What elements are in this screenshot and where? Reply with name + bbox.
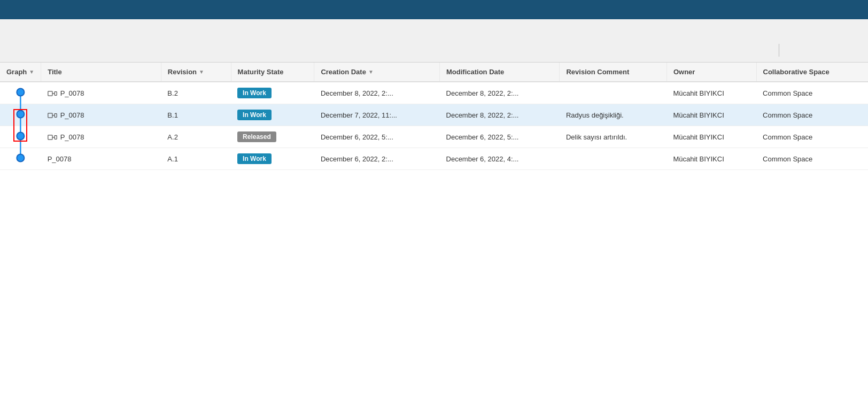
settings-button[interactable] [757,42,774,59]
maturity-badge: In Work [237,88,272,98]
revision-cell: A.2 [161,126,231,148]
col-creation-sort-icon: ▼ [368,69,374,75]
title-cell[interactable]: P_0078 [41,82,161,104]
col-revision-comment-label: Revision Comment [566,68,629,76]
svg-rect-8 [55,136,57,139]
title-text: P_0078 [48,155,72,163]
table-container[interactable]: Graph ▼ Title Revision ▼ [0,63,868,411]
collaborative-space-cell: Common Space [756,82,868,104]
modification-date-cell: December 6, 2022, 5:... [440,126,560,148]
title-cell[interactable]: P_0078 [41,126,161,148]
col-revision-label: Revision [168,68,197,76]
svg-rect-5 [55,114,57,118]
maturity-cell: In Work [231,104,314,126]
graph-cell [0,104,41,126]
graph-cell [0,148,41,170]
owner-cell: Mücahit BIYIKCI [666,148,756,170]
col-revision-sort-icon: ▼ [199,69,204,75]
col-revision-comment[interactable]: Revision Comment [560,63,666,82]
creation-date-cell: December 6, 2022, 2:... [314,148,440,170]
graph-dot [17,133,24,140]
col-collaborative-space[interactable]: Collaborative Space [756,63,868,82]
table-row[interactable]: P_0078A.1In WorkDecember 6, 2022, 2:...D… [0,148,868,170]
title-text: P_0078 [60,89,84,97]
collaborative-space-cell: Common Space [756,126,868,148]
revision-cell: B.2 [161,82,231,104]
table-header-row: Graph ▼ Title Revision ▼ [0,63,868,82]
part-icon [48,89,57,97]
col-revision[interactable]: Revision ▼ [161,63,231,82]
refresh-button[interactable] [802,42,819,59]
part-icon [48,111,57,119]
col-maturity-label: Maturity State [238,68,284,76]
owner-cell: Mücahit BIYIKCI [666,82,756,104]
toolbar [0,38,868,63]
graph-cell [0,126,41,148]
svg-rect-6 [48,135,52,139]
modification-date-cell: December 6, 2022, 4:... [440,148,560,170]
help-button[interactable] [784,42,801,59]
col-modification-label: Modification Date [446,68,504,76]
creation-date-cell: December 8, 2022, 2:... [314,82,440,104]
col-graph-label: Graph [6,68,27,76]
col-graph[interactable]: Graph ▼ [0,63,41,82]
col-graph-sort-icon: ▼ [29,69,34,75]
graph-dot [17,111,24,118]
revision-cell: A.1 [161,148,231,170]
svg-rect-3 [48,113,52,118]
svg-rect-2 [55,92,57,96]
svg-rect-0 [48,91,52,96]
title-bar [0,0,868,19]
col-maturity-state[interactable]: Maturity State [231,63,314,82]
revision-comment-cell: Radyus değişikliği. [560,104,666,126]
list-button[interactable] [820,42,837,59]
revision-comment-cell [560,148,666,170]
revision-comment-cell [560,82,666,104]
graph-cell [0,82,41,104]
col-creation-label: Creation Date [321,68,366,76]
table-body: P_0078B.2In WorkDecember 8, 2022, 2:...D… [0,82,868,170]
col-owner[interactable]: Owner [666,63,756,82]
modification-date-cell: December 8, 2022, 2:... [440,104,560,126]
modification-date-cell: December 8, 2022, 2:... [440,82,560,104]
col-creation-date[interactable]: Creation Date ▼ [314,63,440,82]
main-content: Graph ▼ Title Revision ▼ [0,19,868,411]
header [0,19,868,38]
maturity-cell: In Work [231,148,314,170]
maturity-badge: Released [237,131,276,142]
title-cell[interactable]: P_0078 [41,104,161,126]
col-modification-date[interactable]: Modification Date [440,63,560,82]
creation-date-cell: December 7, 2022, 11:... [314,104,440,126]
table-row[interactable]: P_0078B.2In WorkDecember 8, 2022, 2:...D… [0,82,868,104]
maturity-badge: In Work [237,110,272,120]
revision-cell: B.1 [161,104,231,126]
maturity-badge: In Work [237,153,272,164]
revision-comment-cell: Delik sayısı artırıldı. [560,126,666,148]
collaborative-space-cell: Common Space [756,148,868,170]
owner-cell: Mücahit BIYIKCI [666,126,756,148]
collaborative-space-cell: Common Space [756,104,868,126]
table-row[interactable]: P_0078B.1In WorkDecember 7, 2022, 11:...… [0,104,868,126]
maturity-cell: Released [231,126,314,148]
title-text: P_0078 [60,133,84,141]
table-row[interactable]: P_0078A.2ReleasedDecember 6, 2022, 5:...… [0,126,868,148]
revisions-table: Graph ▼ Title Revision ▼ [0,63,868,170]
col-owner-label: Owner [673,68,695,76]
owner-cell: Mücahit BIYIKCI [666,104,756,126]
creation-date-cell: December 6, 2022, 5:... [314,126,440,148]
col-title[interactable]: Title [41,63,161,82]
toolbar-separator [779,44,779,57]
maturity-cell: In Work [231,82,314,104]
part-icon [48,133,57,141]
col-title-label: Title [48,68,62,76]
col-collaborative-label: Collaborative Space [763,68,830,76]
title-text: P_0078 [60,111,84,119]
graph-dot [17,89,24,96]
graph-dot [17,154,24,162]
copy-button[interactable] [838,42,855,59]
title-cell[interactable]: P_0078 [41,148,161,170]
